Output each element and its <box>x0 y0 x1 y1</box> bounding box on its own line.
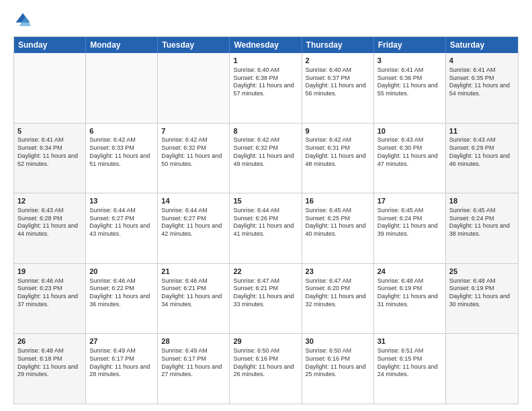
calendar-cell: 4Sunrise: 6:41 AM Sunset: 6:35 PM Daylig… <box>446 53 518 123</box>
day-info: Sunrise: 6:45 AM Sunset: 6:25 PM Dayligh… <box>306 207 370 238</box>
day-info: Sunrise: 6:44 AM Sunset: 6:27 PM Dayligh… <box>89 207 154 238</box>
day-number: 1 <box>233 56 298 66</box>
day-number: 14 <box>161 196 226 206</box>
calendar-cell: 19Sunrise: 6:46 AM Sunset: 6:23 PM Dayli… <box>14 264 86 334</box>
weekday-header: Wednesday <box>230 37 302 53</box>
day-info: Sunrise: 6:42 AM Sunset: 6:33 PM Dayligh… <box>89 136 154 168</box>
day-info: Sunrise: 6:50 AM Sunset: 6:16 PM Dayligh… <box>306 347 370 379</box>
day-number: 29 <box>233 336 298 347</box>
calendar-cell: 31Sunrise: 6:51 AM Sunset: 6:15 PM Dayli… <box>374 334 446 404</box>
day-number: 30 <box>306 336 370 347</box>
day-info: Sunrise: 6:44 AM Sunset: 6:26 PM Dayligh… <box>233 207 298 238</box>
logo <box>13 11 35 30</box>
calendar-cell: 11Sunrise: 6:43 AM Sunset: 6:29 PM Dayli… <box>446 124 518 193</box>
day-number: 4 <box>449 56 515 66</box>
calendar-page: SundayMondayTuesdayWednesdayThursdayFrid… <box>0 0 532 411</box>
day-number: 27 <box>89 336 154 347</box>
day-number: 19 <box>17 267 82 277</box>
calendar: SundayMondayTuesdayWednesdayThursdayFrid… <box>13 36 519 404</box>
day-info: Sunrise: 6:42 AM Sunset: 6:31 PM Dayligh… <box>306 136 370 168</box>
day-info: Sunrise: 6:45 AM Sunset: 6:24 PM Dayligh… <box>449 207 515 238</box>
day-info: Sunrise: 6:46 AM Sunset: 6:23 PM Dayligh… <box>17 277 82 309</box>
calendar-cell: 22Sunrise: 6:47 AM Sunset: 6:21 PM Dayli… <box>230 264 302 334</box>
day-info: Sunrise: 6:49 AM Sunset: 6:17 PM Dayligh… <box>89 347 154 379</box>
day-number: 13 <box>89 196 154 206</box>
day-info: Sunrise: 6:42 AM Sunset: 6:32 PM Dayligh… <box>161 136 226 168</box>
calendar-cell: 15Sunrise: 6:44 AM Sunset: 6:26 PM Dayli… <box>230 193 302 263</box>
calendar-cell: 20Sunrise: 6:46 AM Sunset: 6:22 PM Dayli… <box>86 264 158 334</box>
day-number: 18 <box>449 196 515 206</box>
day-info: Sunrise: 6:49 AM Sunset: 6:17 PM Dayligh… <box>161 347 226 379</box>
day-number: 10 <box>378 126 442 136</box>
day-info: Sunrise: 6:43 AM Sunset: 6:28 PM Dayligh… <box>17 207 82 238</box>
weekday-header: Sunday <box>14 37 86 53</box>
calendar-cell: 12Sunrise: 6:43 AM Sunset: 6:28 PM Dayli… <box>14 193 86 263</box>
day-info: Sunrise: 6:41 AM Sunset: 6:35 PM Dayligh… <box>449 66 515 98</box>
day-number: 6 <box>89 126 154 136</box>
day-info: Sunrise: 6:43 AM Sunset: 6:30 PM Dayligh… <box>378 136 442 168</box>
calendar-cell: 10Sunrise: 6:43 AM Sunset: 6:30 PM Dayli… <box>374 124 446 193</box>
calendar-cell: 9Sunrise: 6:42 AM Sunset: 6:31 PM Daylig… <box>302 124 374 193</box>
day-number: 26 <box>17 336 82 347</box>
day-number: 31 <box>378 336 442 347</box>
day-info: Sunrise: 6:40 AM Sunset: 6:37 PM Dayligh… <box>306 66 370 98</box>
day-info: Sunrise: 6:51 AM Sunset: 6:15 PM Dayligh… <box>378 347 442 379</box>
day-info: Sunrise: 6:45 AM Sunset: 6:24 PM Dayligh… <box>378 207 442 238</box>
calendar-cell <box>14 53 86 123</box>
calendar-cell: 13Sunrise: 6:44 AM Sunset: 6:27 PM Dayli… <box>86 193 158 263</box>
day-info: Sunrise: 6:41 AM Sunset: 6:36 PM Dayligh… <box>378 66 442 98</box>
calendar-cell <box>86 53 158 123</box>
calendar-cell: 24Sunrise: 6:48 AM Sunset: 6:19 PM Dayli… <box>374 264 446 334</box>
calendar-row: 5Sunrise: 6:41 AM Sunset: 6:34 PM Daylig… <box>14 123 518 193</box>
page-header <box>13 11 519 30</box>
calendar-row: 19Sunrise: 6:46 AM Sunset: 6:23 PM Dayli… <box>14 263 518 334</box>
day-number: 21 <box>161 267 226 277</box>
day-number: 24 <box>378 267 442 277</box>
calendar-cell: 27Sunrise: 6:49 AM Sunset: 6:17 PM Dayli… <box>86 334 158 404</box>
weekday-header: Tuesday <box>158 37 230 53</box>
weekday-header: Monday <box>86 37 158 53</box>
day-number: 16 <box>306 196 370 206</box>
day-info: Sunrise: 6:46 AM Sunset: 6:22 PM Dayligh… <box>89 277 154 309</box>
day-info: Sunrise: 6:48 AM Sunset: 6:19 PM Dayligh… <box>378 277 442 309</box>
calendar-cell: 28Sunrise: 6:49 AM Sunset: 6:17 PM Dayli… <box>158 334 230 404</box>
day-info: Sunrise: 6:47 AM Sunset: 6:21 PM Dayligh… <box>233 277 298 309</box>
calendar-cell: 21Sunrise: 6:46 AM Sunset: 6:21 PM Dayli… <box>158 264 230 334</box>
day-number: 3 <box>378 56 442 66</box>
calendar-row: 26Sunrise: 6:48 AM Sunset: 6:18 PM Dayli… <box>14 333 518 404</box>
weekday-header: Thursday <box>302 37 374 53</box>
calendar-cell: 23Sunrise: 6:47 AM Sunset: 6:20 PM Dayli… <box>302 264 374 334</box>
day-number: 12 <box>17 196 82 206</box>
calendar-cell: 25Sunrise: 6:48 AM Sunset: 6:19 PM Dayli… <box>446 264 518 334</box>
day-number: 2 <box>306 56 370 66</box>
calendar-cell: 5Sunrise: 6:41 AM Sunset: 6:34 PM Daylig… <box>14 124 86 193</box>
day-number: 20 <box>89 267 154 277</box>
calendar-cell: 7Sunrise: 6:42 AM Sunset: 6:32 PM Daylig… <box>158 124 230 193</box>
day-info: Sunrise: 6:47 AM Sunset: 6:20 PM Dayligh… <box>306 277 370 309</box>
calendar-row: 12Sunrise: 6:43 AM Sunset: 6:28 PM Dayli… <box>14 193 518 263</box>
day-number: 11 <box>449 126 515 136</box>
weekday-header: Friday <box>374 37 446 53</box>
calendar-cell: 1Sunrise: 6:40 AM Sunset: 6:38 PM Daylig… <box>230 53 302 123</box>
day-number: 7 <box>161 126 226 136</box>
weekday-header: Saturday <box>446 37 518 53</box>
day-number: 25 <box>449 267 515 277</box>
calendar-cell: 2Sunrise: 6:40 AM Sunset: 6:37 PM Daylig… <box>302 53 374 123</box>
day-info: Sunrise: 6:40 AM Sunset: 6:38 PM Dayligh… <box>233 66 298 98</box>
calendar-cell: 29Sunrise: 6:50 AM Sunset: 6:16 PM Dayli… <box>230 334 302 404</box>
day-info: Sunrise: 6:43 AM Sunset: 6:29 PM Dayligh… <box>449 136 515 168</box>
day-info: Sunrise: 6:50 AM Sunset: 6:16 PM Dayligh… <box>233 347 298 379</box>
day-number: 22 <box>233 267 298 277</box>
day-number: 15 <box>233 196 298 206</box>
calendar-cell: 26Sunrise: 6:48 AM Sunset: 6:18 PM Dayli… <box>14 334 86 404</box>
calendar-cell <box>446 334 518 404</box>
calendar-cell: 14Sunrise: 6:44 AM Sunset: 6:27 PM Dayli… <box>158 193 230 263</box>
calendar-header: SundayMondayTuesdayWednesdayThursdayFrid… <box>14 37 518 53</box>
day-info: Sunrise: 6:44 AM Sunset: 6:27 PM Dayligh… <box>161 207 226 238</box>
day-info: Sunrise: 6:48 AM Sunset: 6:18 PM Dayligh… <box>17 347 82 379</box>
day-number: 28 <box>161 336 226 347</box>
calendar-row: 1Sunrise: 6:40 AM Sunset: 6:38 PM Daylig… <box>14 53 518 123</box>
calendar-cell: 18Sunrise: 6:45 AM Sunset: 6:24 PM Dayli… <box>446 193 518 263</box>
calendar-cell: 30Sunrise: 6:50 AM Sunset: 6:16 PM Dayli… <box>302 334 374 404</box>
calendar-cell: 6Sunrise: 6:42 AM Sunset: 6:33 PM Daylig… <box>86 124 158 193</box>
